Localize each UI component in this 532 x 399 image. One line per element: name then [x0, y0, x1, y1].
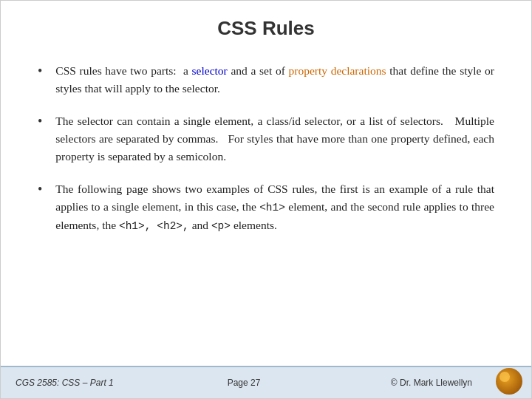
- logo-inner: [499, 372, 510, 382]
- bullet-item-2: • The selector can contain a single elem…: [38, 105, 494, 173]
- slide-title: CSS Rules: [1, 1, 531, 47]
- p-code: <p>: [211, 220, 231, 232]
- slide-content: • CSS rules have two parts: a selector a…: [1, 47, 531, 366]
- bullet-text-1: CSS rules have two parts: a selector and…: [55, 62, 494, 98]
- h1-code-2: <h1>,: [119, 220, 151, 232]
- footer-logo: [496, 368, 524, 396]
- property-declarations-text: property declarations: [289, 64, 386, 77]
- bullet-text-3: The following page shows two examples of…: [55, 180, 494, 234]
- bullet-dot-3: •: [38, 182, 42, 197]
- footer-copyright: © Dr. Mark Llewellyn: [320, 378, 516, 388]
- h1-code-1: <h1>: [259, 202, 285, 214]
- logo-circle: [496, 368, 522, 395]
- footer-course: CGS 2585: CSS – Part 1: [16, 378, 168, 388]
- bullet-dot-2: •: [38, 114, 42, 129]
- bullet-item-1: • CSS rules have two parts: a selector a…: [38, 55, 494, 105]
- slide-footer: CGS 2585: CSS – Part 1 Page 27 © Dr. Mar…: [1, 366, 531, 398]
- bullet-item-3: • The following page shows two examples …: [38, 173, 494, 242]
- footer-page: Page 27: [168, 378, 320, 388]
- h2-code: <h2>,: [157, 220, 189, 232]
- bullet-text-2: The selector can contain a single elemen…: [55, 112, 494, 166]
- selector-text: selector: [192, 64, 228, 77]
- slide: CSS Rules • CSS rules have two parts: a …: [0, 0, 532, 399]
- bullet-dot-1: •: [38, 64, 42, 79]
